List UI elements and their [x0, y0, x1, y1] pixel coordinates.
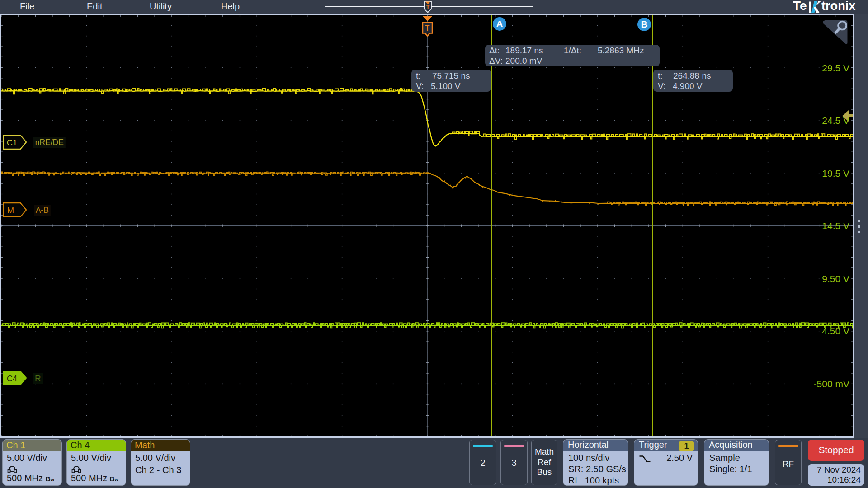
svg-text:C1: C1	[7, 138, 17, 147]
svg-text:T: T	[425, 24, 430, 32]
svg-text:C4: C4	[7, 374, 17, 383]
svg-text:M: M	[7, 206, 14, 215]
svg-text:T: T	[426, 4, 429, 10]
